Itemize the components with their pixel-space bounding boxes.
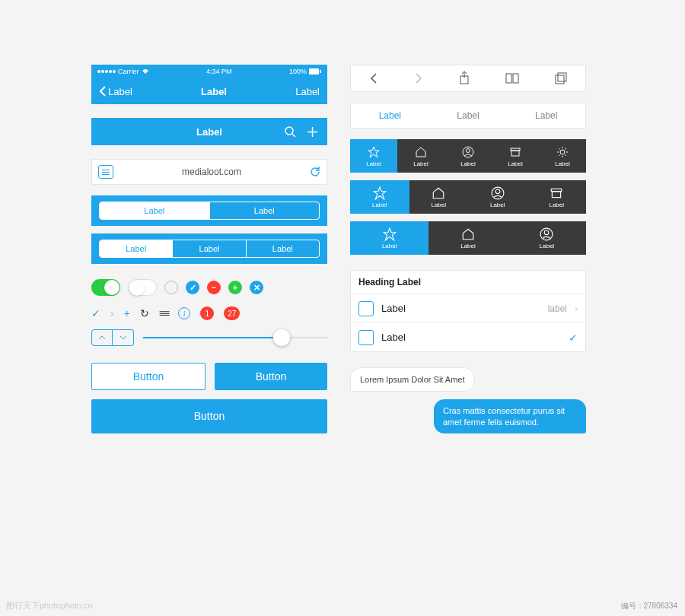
misc-icon-row: ✓ › + ↻ ≡≡ i 1 27 bbox=[91, 306, 327, 320]
nav-title: Label bbox=[201, 86, 227, 97]
svg-rect-10 bbox=[556, 75, 564, 84]
info-icon[interactable]: i bbox=[178, 307, 190, 319]
tabbar-4: Label Label Label Label bbox=[350, 180, 586, 214]
x-circle-icon[interactable]: ✕ bbox=[250, 281, 263, 294]
svg-point-22 bbox=[545, 230, 550, 234]
toolbar: Label bbox=[91, 118, 327, 145]
seg-item[interactable]: Label bbox=[100, 240, 172, 257]
white-tab[interactable]: Label bbox=[351, 103, 429, 128]
button-row: Button Button bbox=[91, 363, 327, 390]
segmented-2: Label Label bbox=[91, 195, 327, 226]
checkbox-icon[interactable] bbox=[358, 301, 374, 316]
seg-item[interactable]: Label bbox=[209, 202, 320, 219]
nav-back-button[interactable]: Label bbox=[99, 85, 132, 97]
button-wide[interactable]: Button bbox=[91, 399, 327, 433]
svg-rect-1 bbox=[320, 70, 321, 73]
tab-user[interactable]: Label bbox=[468, 180, 527, 214]
tab-home[interactable]: Label bbox=[409, 180, 469, 214]
step-down[interactable] bbox=[113, 329, 134, 346]
white-tab[interactable]: Label bbox=[507, 103, 585, 128]
refresh-small-icon[interactable]: ↻ bbox=[140, 307, 149, 319]
badge-1: 1 bbox=[200, 306, 214, 320]
plus-small-icon[interactable]: + bbox=[124, 307, 130, 319]
bookmarks-icon[interactable] bbox=[505, 73, 519, 84]
tabs-icon[interactable] bbox=[555, 72, 567, 84]
chevron-right-icon[interactable]: › bbox=[110, 307, 114, 319]
image-id: 编号：27806334 bbox=[621, 601, 678, 611]
signal-dots-icon bbox=[97, 70, 116, 73]
white-tab[interactable]: Label bbox=[429, 103, 508, 128]
reload-icon[interactable] bbox=[310, 167, 320, 177]
tabbar-3: Label Label Label bbox=[350, 221, 586, 255]
tab-star[interactable]: Label bbox=[350, 139, 397, 173]
tab-gear[interactable]: Label bbox=[539, 139, 586, 173]
svg-point-2 bbox=[285, 127, 293, 135]
chevron-right-icon: › bbox=[575, 303, 578, 314]
svg-rect-15 bbox=[511, 151, 519, 156]
tab-user[interactable]: Label bbox=[444, 139, 492, 173]
toolbar-title: Label bbox=[196, 126, 222, 138]
chat-bubble-out: Cras mattis consectetur purus sit amet f… bbox=[434, 399, 586, 433]
url-bar: medialoot.com bbox=[91, 159, 327, 185]
nav-bar: Label Label Label bbox=[91, 78, 327, 104]
slider-thumb[interactable] bbox=[273, 329, 290, 346]
step-up[interactable] bbox=[91, 329, 113, 346]
list-label: Label bbox=[381, 303, 540, 314]
back-icon[interactable] bbox=[369, 72, 378, 84]
tab-star[interactable]: Label bbox=[350, 221, 429, 255]
svg-point-18 bbox=[495, 189, 500, 193]
tab-archive[interactable]: Label bbox=[527, 180, 587, 214]
tab-user[interactable]: Label bbox=[508, 221, 586, 255]
button-outline[interactable]: Button bbox=[91, 363, 206, 390]
badge-27: 27 bbox=[224, 306, 240, 320]
tab-home[interactable]: Label bbox=[397, 139, 444, 173]
share-icon[interactable] bbox=[459, 71, 470, 85]
check-circle-icon[interactable]: ✓ bbox=[186, 281, 199, 294]
white-tabs: Label Label Label bbox=[350, 103, 586, 129]
tab-home[interactable]: Label bbox=[429, 221, 507, 255]
list-row[interactable]: Label ✓ bbox=[351, 322, 585, 351]
carrier-label: Carrier bbox=[118, 68, 139, 75]
menu-lines-icon[interactable]: ≡≡ bbox=[159, 307, 168, 319]
checkbox-icon[interactable] bbox=[358, 330, 374, 345]
seg-item[interactable]: Label bbox=[246, 240, 319, 257]
stepper bbox=[91, 329, 134, 346]
nav-right-button[interactable]: Label bbox=[295, 86, 320, 97]
plus-circle-icon[interactable]: + bbox=[228, 281, 242, 294]
slider[interactable] bbox=[143, 330, 327, 345]
svg-point-16 bbox=[560, 150, 565, 154]
watermark: 图行天下photophoto.cn bbox=[6, 600, 93, 611]
segmented-3: Label Label Label bbox=[91, 233, 327, 264]
chat-bubble-in: Lorem Ipsum Dolor Sit Amet bbox=[350, 367, 475, 392]
plus-icon[interactable] bbox=[307, 126, 318, 138]
seg-item[interactable]: Label bbox=[172, 240, 245, 257]
browser-toolbar bbox=[350, 65, 586, 92]
list-heading: Heading Label bbox=[351, 271, 585, 294]
list-row[interactable]: Label label › bbox=[351, 294, 585, 322]
list-label: Label bbox=[381, 332, 561, 343]
toggle-on[interactable] bbox=[91, 279, 120, 296]
tab-archive[interactable]: Label bbox=[492, 139, 539, 173]
status-bar: Carrier 4:34 PM 100% bbox=[91, 65, 327, 78]
svg-point-13 bbox=[467, 148, 470, 152]
tab-star[interactable]: Label bbox=[350, 180, 409, 214]
svg-rect-8 bbox=[506, 74, 511, 83]
url-field[interactable]: medialoot.com bbox=[119, 167, 304, 177]
toggle-row: ✓ − + ✕ bbox=[91, 279, 327, 296]
search-icon[interactable] bbox=[285, 126, 296, 138]
svg-rect-11 bbox=[558, 73, 566, 81]
reader-icon[interactable] bbox=[98, 165, 113, 179]
status-nav-block: Carrier 4:34 PM 100% Label Label Label bbox=[91, 65, 327, 104]
list-section: Heading Label Label label › Label ✓ bbox=[350, 270, 586, 352]
radio-empty[interactable] bbox=[164, 281, 178, 294]
svg-rect-20 bbox=[553, 191, 561, 197]
wifi-icon bbox=[142, 68, 149, 75]
battery-icon bbox=[309, 68, 321, 75]
check-icon[interactable]: ✓ bbox=[91, 307, 100, 319]
minus-circle-icon[interactable]: − bbox=[207, 281, 221, 294]
seg-item[interactable]: Label bbox=[100, 202, 209, 219]
forward-icon[interactable] bbox=[414, 72, 423, 84]
button-fill[interactable]: Button bbox=[215, 363, 327, 390]
time-label: 4:34 PM bbox=[206, 68, 232, 75]
toggle-off[interactable] bbox=[128, 279, 157, 296]
